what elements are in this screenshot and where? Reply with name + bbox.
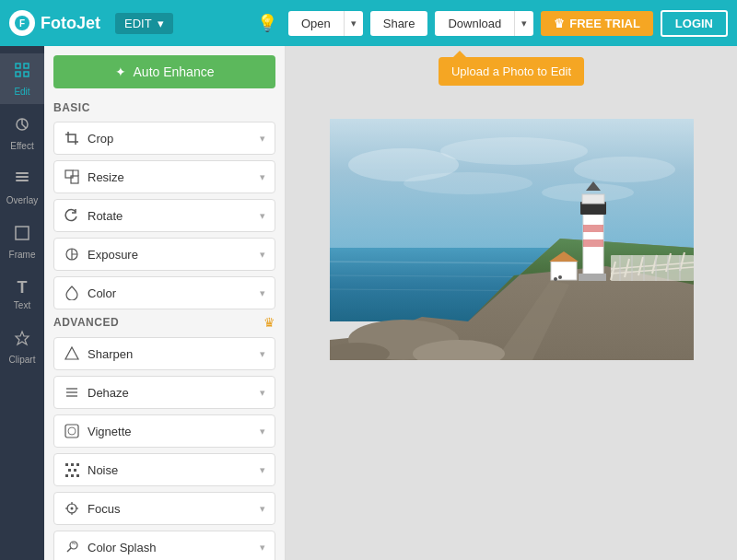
- focus-caret: ▾: [260, 503, 265, 515]
- noise-caret: ▾: [260, 464, 265, 476]
- open-caret[interactable]: ▾: [344, 11, 363, 36]
- sidebar-item-overlay[interactable]: Overlay: [0, 162, 44, 213]
- svg-rect-73: [582, 194, 604, 204]
- svg-rect-70: [583, 225, 603, 232]
- text-icon: T: [18, 278, 28, 298]
- svg-rect-3: [24, 64, 29, 68]
- main-layout: Edit Effect Overlay: [0, 46, 737, 560]
- color-tool[interactable]: Color ▾: [53, 276, 275, 309]
- exposure-label: Exposure: [88, 248, 260, 262]
- dehaze-icon: [64, 384, 80, 401]
- dehaze-tool[interactable]: Dehaze ▾: [53, 376, 275, 409]
- vignette-icon: [64, 423, 80, 439]
- resize-icon: [64, 169, 80, 185]
- vignette-tool[interactable]: Vignette ▾: [53, 414, 275, 448]
- resize-caret: ▾: [260, 171, 265, 183]
- auto-enhance-button[interactable]: ✦ Auto Enhance: [53, 55, 275, 88]
- canvas-area: Upload a Photo to Edit: [286, 46, 737, 560]
- clipart-icon: [13, 329, 31, 352]
- rotate-icon: [64, 207, 80, 224]
- svg-point-36: [70, 542, 77, 549]
- color-label: Color: [88, 286, 260, 300]
- svg-rect-4: [16, 72, 20, 76]
- download-group: Download ▾: [435, 11, 533, 36]
- sidebar-item-frame[interactable]: Frame: [0, 216, 44, 267]
- effect-label: Effect: [10, 141, 33, 151]
- icon-sidebar: Edit Effect Overlay: [0, 46, 44, 560]
- color-icon: [64, 285, 80, 301]
- color-splash-tool[interactable]: Color Splash ▾: [53, 531, 275, 560]
- noise-tool[interactable]: Noise ▾: [53, 453, 275, 486]
- logo-text: FotoJet: [41, 14, 100, 33]
- svg-rect-9: [16, 172, 29, 174]
- resize-tool[interactable]: Resize ▾: [53, 160, 275, 193]
- svg-rect-22: [65, 463, 68, 466]
- frame-icon: [13, 224, 31, 247]
- chevron-down-icon: ▾: [158, 17, 164, 30]
- sharpen-tool[interactable]: Sharpen ▾: [53, 337, 275, 370]
- svg-point-45: [404, 172, 532, 194]
- sharpen-icon: [64, 345, 80, 362]
- crop-tool[interactable]: Crop ▾: [53, 122, 275, 155]
- logo: F FotoJet: [9, 10, 100, 36]
- noise-icon: [64, 461, 80, 478]
- frame-label: Frame: [9, 250, 36, 260]
- svg-rect-8: [16, 180, 29, 181]
- rotate-tool[interactable]: Rotate ▾: [53, 199, 275, 232]
- svg-point-21: [68, 427, 76, 435]
- resize-label: Resize: [88, 170, 260, 184]
- enhance-icon: ✦: [115, 64, 126, 79]
- svg-point-43: [440, 137, 588, 165]
- noise-label: Noise: [88, 463, 260, 477]
- download-button[interactable]: Download: [435, 11, 514, 36]
- sharpen-caret: ▾: [260, 348, 265, 360]
- crop-icon: [64, 130, 80, 146]
- svg-rect-10: [16, 227, 29, 239]
- effect-icon: [13, 115, 31, 138]
- download-caret[interactable]: ▾: [514, 11, 533, 36]
- tools-panel: ✦ Auto Enhance BASIC Crop ▾: [44, 46, 286, 560]
- svg-marker-11: [16, 332, 29, 344]
- overlay-label: Overlay: [6, 195, 38, 205]
- svg-rect-28: [71, 474, 74, 477]
- exposure-tool[interactable]: Exposure ▾: [53, 238, 275, 271]
- idea-icon[interactable]: 💡: [257, 13, 277, 33]
- share-button[interactable]: Share: [370, 11, 428, 36]
- exposure-caret: ▾: [260, 249, 265, 261]
- sharpen-label: Sharpen: [88, 347, 260, 361]
- sidebar-item-clipart[interactable]: Clipart: [0, 321, 44, 372]
- sidebar-item-edit[interactable]: Edit: [0, 53, 44, 104]
- svg-rect-62: [611, 255, 694, 281]
- vignette-caret: ▾: [260, 426, 265, 438]
- open-button[interactable]: Open: [288, 11, 344, 36]
- crop-caret: ▾: [260, 133, 265, 145]
- svg-rect-23: [71, 463, 74, 466]
- login-button[interactable]: LOGIN: [661, 10, 728, 37]
- color-caret: ▾: [260, 287, 265, 299]
- svg-rect-75: [579, 274, 606, 281]
- header: F FotoJet EDIT ▾ 💡 Open ▾ Share Download…: [0, 0, 737, 46]
- svg-rect-26: [74, 469, 76, 472]
- dehaze-caret: ▾: [260, 387, 265, 399]
- svg-rect-27: [65, 474, 68, 477]
- free-trial-button[interactable]: ♛ FREE TRIAL: [541, 11, 653, 36]
- focus-label: Focus: [88, 502, 260, 516]
- crown-icon: ♛: [263, 315, 275, 330]
- svg-rect-20: [65, 425, 78, 438]
- mode-dropdown[interactable]: EDIT ▾: [115, 13, 173, 34]
- sidebar-item-text[interactable]: T Text: [0, 271, 44, 318]
- svg-rect-5: [24, 72, 29, 76]
- sidebar-item-effect[interactable]: Effect: [0, 108, 44, 158]
- svg-marker-16: [65, 347, 78, 359]
- focus-tool[interactable]: Focus ▾: [53, 492, 275, 525]
- upload-tooltip[interactable]: Upload a Photo to Edit: [439, 57, 584, 86]
- svg-point-78: [558, 275, 562, 279]
- photo-container: [330, 119, 694, 364]
- svg-rect-25: [68, 469, 71, 472]
- edit-icon: [13, 61, 31, 84]
- svg-rect-29: [76, 474, 79, 477]
- svg-rect-24: [76, 463, 79, 466]
- advanced-section-title: ADVANCED: [53, 316, 263, 329]
- svg-rect-76: [551, 262, 577, 280]
- svg-rect-2: [16, 64, 20, 68]
